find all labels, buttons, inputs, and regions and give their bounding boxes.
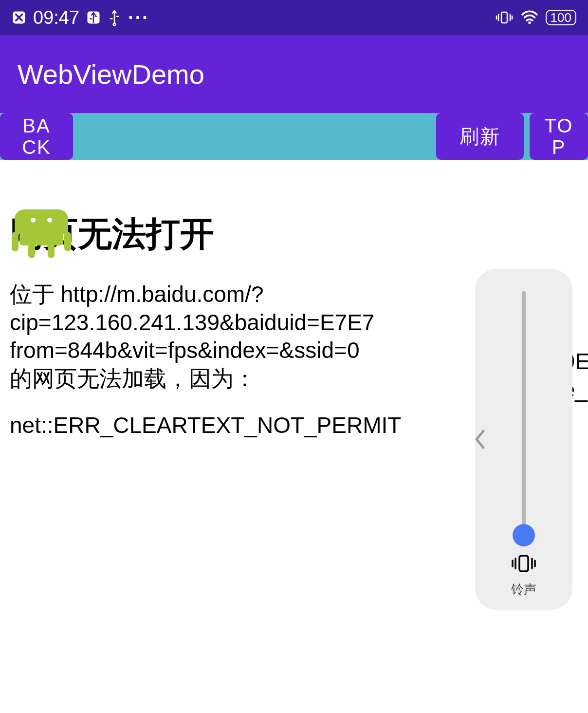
- svg-rect-6: [64, 232, 71, 251]
- svg-rect-2: [501, 12, 507, 23]
- volume-thumb[interactable]: [513, 524, 535, 546]
- svg-rect-5: [12, 232, 18, 251]
- close-badge-icon: [12, 10, 26, 25]
- svg-rect-7: [28, 244, 35, 258]
- status-time: 09:47: [33, 7, 79, 28]
- android-icon: [10, 209, 73, 260]
- error-title: 网页无法打开: [10, 211, 578, 257]
- status-bar: 09:47 ··· 100: [0, 0, 588, 35]
- refresh-button[interactable]: 刷新: [436, 113, 524, 160]
- app-bar: WebViewDemo: [0, 35, 588, 113]
- svg-point-10: [47, 218, 52, 223]
- vibrate-mode-icon[interactable]: [510, 553, 537, 576]
- svg-rect-4: [19, 233, 63, 245]
- volume-slider[interactable]: [522, 291, 526, 535]
- wifi-icon: [520, 10, 539, 25]
- svg-point-9: [31, 218, 36, 223]
- svg-rect-11: [519, 556, 528, 571]
- status-left: 09:47 ···: [12, 7, 149, 28]
- usb-debug-icon: [86, 10, 101, 25]
- status-right: 100: [495, 10, 576, 25]
- app-title: WebViewDemo: [18, 58, 204, 90]
- chevron-left-icon: [473, 427, 487, 451]
- usb-icon: [108, 9, 121, 26]
- svg-point-3: [528, 21, 531, 24]
- more-icon: ···: [128, 7, 149, 28]
- webview-content: 网页无法打开 位于 http://m.baidu.com/? cip=123.1…: [0, 211, 588, 713]
- back-button[interactable]: BA CK: [0, 113, 73, 160]
- top-button[interactable]: TO P: [530, 113, 588, 160]
- battery-level: 100: [551, 11, 571, 24]
- volume-panel[interactable]: 铃声: [475, 269, 572, 610]
- volume-label: 铃声: [511, 581, 536, 598]
- battery-icon: 100: [546, 10, 576, 25]
- svg-rect-8: [48, 244, 55, 258]
- volume-expand-button[interactable]: [470, 425, 490, 454]
- button-bar: BA CK 刷新 TO P: [0, 113, 588, 160]
- vibrate-icon: [495, 10, 514, 25]
